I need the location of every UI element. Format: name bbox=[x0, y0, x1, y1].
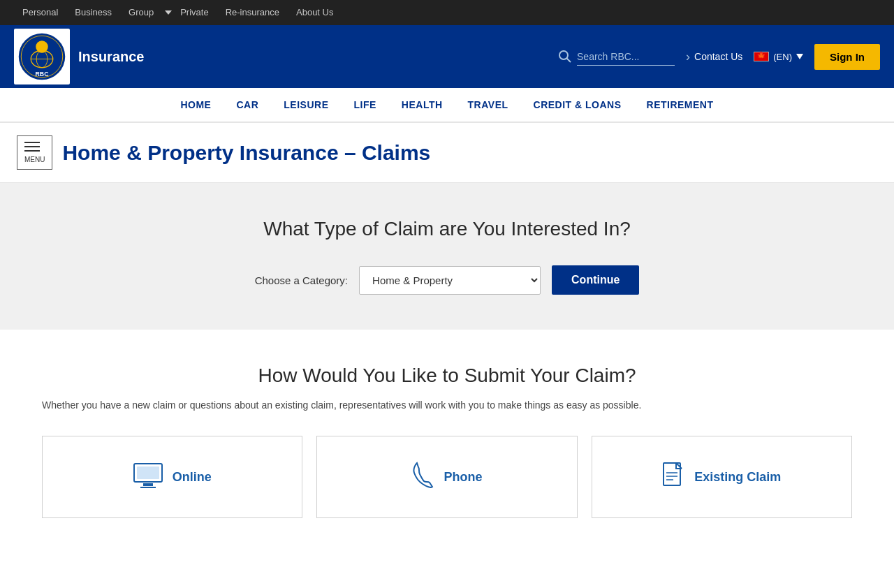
top-nav-group-wrapper: Group bbox=[120, 0, 172, 25]
top-nav-reinsurance[interactable]: Re-insurance bbox=[217, 0, 288, 25]
card-existing-label: Existing Claim bbox=[694, 470, 781, 485]
svg-marker-0 bbox=[165, 10, 172, 15]
svg-rect-15 bbox=[143, 483, 153, 486]
menu-button[interactable]: MENU bbox=[17, 135, 52, 170]
main-nav-life[interactable]: LIFE bbox=[341, 87, 388, 122]
main-nav-car[interactable]: CAR bbox=[224, 87, 271, 122]
continue-button[interactable]: Continue bbox=[552, 265, 639, 295]
card-phone-label: Phone bbox=[444, 470, 482, 485]
main-nav-retirement[interactable]: RETIREMENT bbox=[634, 87, 726, 122]
card-online-label: Online bbox=[173, 470, 212, 485]
brand-label: Insurance bbox=[78, 49, 144, 65]
category-label: Choose a Category: bbox=[255, 274, 348, 286]
logo-box: RBC bbox=[14, 29, 70, 84]
page-title: Home & Property Insurance – Claims bbox=[62, 141, 430, 165]
header-right: Contact Us (EN) Sign In bbox=[559, 44, 880, 70]
page-header: MENU Home & Property Insurance – Claims bbox=[0, 123, 894, 183]
monitor-svg bbox=[133, 463, 163, 488]
phone-icon bbox=[411, 462, 434, 492]
submit-description: Whether you have a new claim or question… bbox=[42, 399, 852, 411]
top-nav-about[interactable]: About Us bbox=[288, 0, 342, 25]
svg-rect-18 bbox=[664, 463, 680, 485]
site-header: RBC Insurance Contact Us (EN) Sign In bbox=[0, 25, 894, 88]
hamburger-line bbox=[24, 146, 40, 147]
contact-us-link[interactable]: Contact Us bbox=[686, 50, 742, 64]
hamburger-line bbox=[24, 142, 40, 143]
rbc-logo: RBC bbox=[17, 32, 66, 81]
category-row: Choose a Category: Home & Property Car T… bbox=[14, 265, 880, 295]
svg-text:RBC: RBC bbox=[36, 71, 50, 78]
chevron-down-icon bbox=[165, 9, 172, 16]
svg-point-8 bbox=[39, 43, 42, 46]
phone-svg bbox=[411, 462, 434, 490]
svg-point-9 bbox=[43, 43, 45, 46]
top-nav-personal[interactable]: Personal bbox=[14, 0, 66, 25]
main-navigation: HOME CAR LEISURE LIFE HEALTH TRAVEL CRED… bbox=[0, 88, 894, 123]
top-nav-business[interactable]: Business bbox=[66, 0, 120, 25]
main-nav-home[interactable]: HOME bbox=[168, 87, 224, 122]
main-nav-health[interactable]: HEALTH bbox=[389, 87, 455, 122]
canada-flag-icon bbox=[754, 52, 769, 61]
top-nav-private[interactable]: Private bbox=[172, 0, 217, 25]
logo-area[interactable]: RBC Insurance bbox=[14, 29, 144, 84]
main-nav-credit[interactable]: CREDIT & LOANS bbox=[521, 87, 634, 122]
svg-rect-17 bbox=[137, 466, 159, 479]
search-input[interactable] bbox=[577, 48, 675, 66]
monitor-icon bbox=[133, 463, 163, 491]
submit-card-existing[interactable]: Existing Claim bbox=[592, 436, 852, 518]
chevron-down-icon bbox=[796, 54, 803, 59]
svg-marker-13 bbox=[796, 54, 803, 59]
search-icon bbox=[559, 50, 571, 63]
sign-in-button[interactable]: Sign In bbox=[814, 44, 880, 70]
submit-card-phone[interactable]: Phone bbox=[316, 436, 577, 518]
category-select[interactable]: Home & Property Car Travel Life Health bbox=[359, 266, 541, 295]
document-icon bbox=[662, 462, 684, 492]
hamburger-line bbox=[24, 150, 40, 152]
submit-heading: How Would You Like to Submit Your Claim? bbox=[42, 365, 852, 387]
claim-type-heading: What Type of Claim are You Interested In… bbox=[14, 218, 880, 240]
submit-claim-section: How Would You Like to Submit Your Claim?… bbox=[0, 330, 894, 560]
top-navigation: Personal Business Group Private Re-insur… bbox=[0, 0, 894, 25]
document-svg bbox=[662, 462, 684, 490]
main-nav-leisure[interactable]: LEISURE bbox=[271, 87, 341, 122]
submit-cards: Online Phone Ex bbox=[42, 436, 852, 518]
svg-point-11 bbox=[559, 51, 568, 59]
language-button[interactable]: (EN) bbox=[754, 52, 803, 62]
menu-label: MENU bbox=[24, 156, 45, 163]
main-nav-travel[interactable]: TRAVEL bbox=[455, 87, 521, 122]
svg-line-12 bbox=[567, 59, 571, 63]
claim-type-section: What Type of Claim are You Interested In… bbox=[0, 183, 894, 330]
top-nav-group[interactable]: Group bbox=[120, 0, 162, 25]
language-label: (EN) bbox=[773, 52, 792, 62]
submit-card-online[interactable]: Online bbox=[42, 436, 302, 518]
search-area bbox=[559, 48, 675, 66]
